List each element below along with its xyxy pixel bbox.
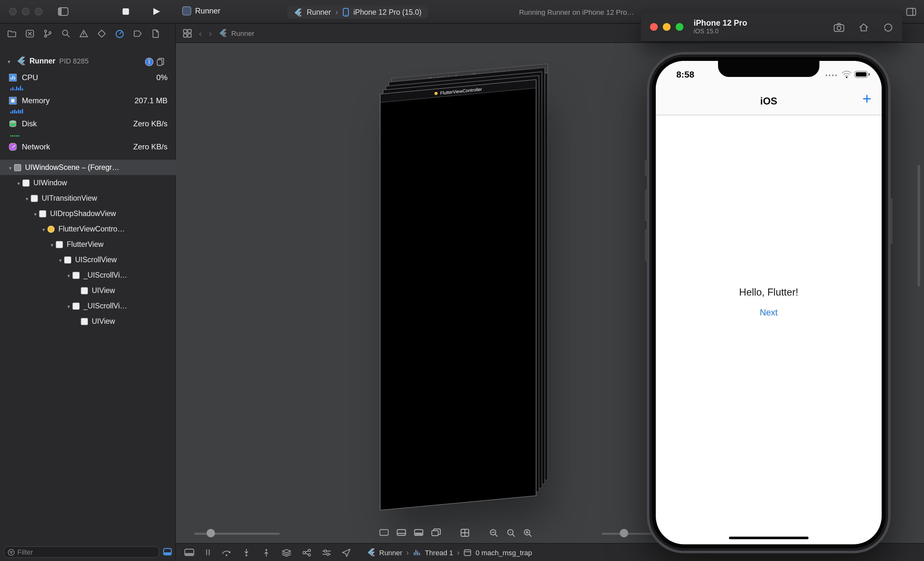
debug-navigator: Runner PID 8285 CPU 0% Memory 207.1 MB D… <box>0 24 176 561</box>
range-slider-knob[interactable] <box>620 529 628 537</box>
orientation-grid-icon[interactable] <box>460 528 470 537</box>
show-layers-icon[interactable] <box>431 528 441 537</box>
gauge-network[interactable]: Network <box>9 142 50 152</box>
minimize-window-button[interactable] <box>22 8 30 15</box>
tree-row-uiwindowscene[interactable]: UIWindowScene – (Foregr… <box>0 160 176 175</box>
flutter-app-icon <box>16 57 26 66</box>
home-indicator[interactable] <box>729 536 808 539</box>
symbol-navigator-icon[interactable] <box>43 28 52 38</box>
gauge-memory[interactable]: Memory <box>9 96 50 106</box>
filter-input[interactable] <box>17 548 155 556</box>
home-icon[interactable] <box>858 22 869 32</box>
show-clipped-content-icon[interactable] <box>379 528 389 537</box>
scheme-name[interactable]: Runner <box>307 8 331 16</box>
editor-options-icon[interactable] <box>906 8 916 16</box>
breadcrumb-process[interactable]: Runner <box>379 549 402 556</box>
forward-chevron-icon[interactable]: › <box>209 28 212 37</box>
show-contents-icon[interactable] <box>414 528 423 537</box>
tree-row-flutterviewcontroller[interactable]: FlutterViewContro… <box>0 221 176 236</box>
info-icon[interactable] <box>145 58 153 66</box>
source-control-navigator-icon[interactable] <box>25 28 34 38</box>
status-bar-time: 8:58 <box>676 69 694 79</box>
spacing-slider-knob[interactable] <box>207 529 215 537</box>
simulator-title-bar[interactable]: iPhone 12 Pro iOS 15.0 <box>641 13 902 41</box>
disk-gauge-icon <box>9 120 16 127</box>
process-row[interactable]: Runner PID 8285 <box>5 57 88 66</box>
jump-bar-item[interactable]: Runner <box>219 29 254 37</box>
breakpoint-navigator-icon[interactable] <box>133 28 142 38</box>
add-button[interactable]: + <box>862 91 872 106</box>
close-window-button[interactable] <box>9 8 16 15</box>
tree-row-uidropshadowview[interactable]: UIDropShadowView <box>0 206 176 221</box>
flutter-app-icon <box>219 29 228 37</box>
gauge-cpu[interactable]: CPU <box>9 72 38 83</box>
tree-row-label: UIWindow <box>33 179 67 187</box>
related-items-grid-icon[interactable] <box>183 28 192 37</box>
activity-status-text: Running Runner on iPhone 12 Pro… <box>398 8 634 16</box>
view-icon <box>72 272 80 278</box>
toggle-sidebar-icon[interactable] <box>58 7 69 16</box>
zoom-out-icon[interactable] <box>489 528 499 538</box>
disclosure-icon[interactable] <box>5 57 13 65</box>
screenshot-icon[interactable] <box>834 22 844 32</box>
stop-button[interactable] <box>122 8 130 15</box>
find-navigator-icon[interactable] <box>61 28 70 38</box>
debug-view-hierarchy-icon[interactable] <box>281 548 292 557</box>
tree-row-uiscrollview-private-1[interactable]: _UIScrollVi… <box>0 267 176 283</box>
debug-panel-toggle-icon[interactable] <box>163 548 172 556</box>
tree-row-uitransitionview[interactable]: UITransitionView <box>0 190 176 206</box>
simulator-screen[interactable]: 8:58 iOS + Hello, Flutter! Next <box>656 61 882 545</box>
window-traffic-lights[interactable] <box>9 8 42 15</box>
environment-overrides-icon[interactable] <box>321 548 332 557</box>
canvas-scrollbar[interactable] <box>918 165 920 287</box>
simulator-traffic-lights[interactable] <box>650 23 683 31</box>
step-into-icon[interactable] <box>241 548 252 557</box>
back-chevron-icon[interactable]: ‹ <box>199 28 202 37</box>
tree-row-uiscrollview-private-2[interactable]: _UIScrollVi… <box>0 298 176 314</box>
breadcrumb-thread[interactable]: Thread 1 <box>425 549 453 556</box>
pause-execution-icon[interactable] <box>204 548 212 557</box>
tree-row-uiscrollview[interactable]: UIScrollView <box>0 252 176 267</box>
process-name: Runner <box>30 57 56 65</box>
filter-field[interactable] <box>4 546 159 558</box>
view-hierarchy-3d-stack[interactable]: UIWindowScene - (Foreground Active) Flut… <box>380 79 536 510</box>
step-out-icon[interactable] <box>261 548 272 557</box>
layer-flutterviewcontroller[interactable]: FlutterViewController <box>380 79 536 510</box>
gauge-label: Memory <box>22 96 50 105</box>
gauge-disk[interactable]: Disk <box>9 119 37 129</box>
close-window-button[interactable] <box>650 23 658 31</box>
minimize-window-button[interactable] <box>663 23 670 31</box>
view-icon <box>81 287 88 294</box>
breadcrumb-chevron <box>406 548 409 557</box>
view-icon <box>31 194 38 202</box>
zoom-in-icon[interactable] <box>523 528 532 538</box>
rotate-device-icon[interactable] <box>883 22 893 32</box>
debug-navigator-icon[interactable] <box>115 28 124 38</box>
report-navigator-icon[interactable] <box>151 28 160 38</box>
volume-up-button <box>645 189 647 221</box>
zoom-window-button[interactable] <box>676 23 683 31</box>
show-view-frames-icon[interactable] <box>396 528 406 537</box>
debug-breadcrumb: Runner Thread 1 0 mach_msg_trap <box>367 548 532 557</box>
simulate-location-icon[interactable] <box>341 548 351 557</box>
zoom-window-button[interactable] <box>34 8 42 15</box>
issue-navigator-icon[interactable] <box>79 28 88 38</box>
jump-bar-label: Runner <box>231 29 254 37</box>
next-button[interactable]: Next <box>656 308 882 317</box>
project-navigator-icon[interactable] <box>7 28 16 38</box>
test-navigator-icon[interactable] <box>97 28 106 38</box>
copy-icon[interactable] <box>157 58 164 66</box>
tree-row-uiview-2[interactable]: UIView <box>0 314 176 329</box>
debug-memory-graph-icon[interactable] <box>302 548 312 557</box>
gauge-network-value: Zero KB/s <box>133 142 168 152</box>
tree-row-flutterview[interactable]: FlutterView <box>0 236 176 252</box>
process-pid: PID 8285 <box>59 57 89 65</box>
tree-row-uiview-1[interactable]: UIView <box>0 283 176 298</box>
project-proxy-icon[interactable] <box>182 6 191 15</box>
breadcrumb-frame[interactable]: 0 mach_msg_trap <box>476 549 532 556</box>
hide-debug-area-icon[interactable] <box>184 548 194 557</box>
zoom-actual-size-icon[interactable] <box>506 528 516 538</box>
step-over-icon[interactable] <box>221 548 232 557</box>
tree-row-uiwindow[interactable]: UIWindow <box>0 175 176 190</box>
run-button[interactable] <box>152 7 160 16</box>
